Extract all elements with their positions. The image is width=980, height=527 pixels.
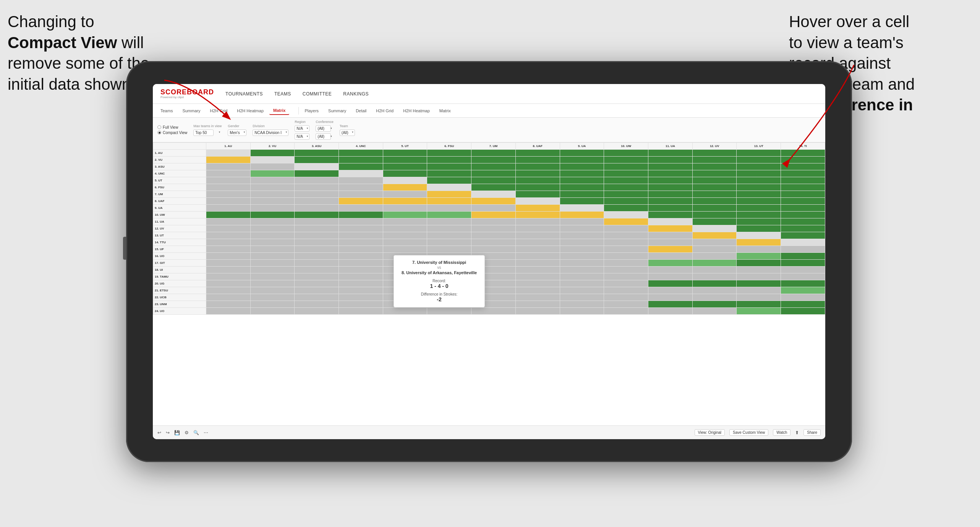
tab-summary[interactable]: Summary	[178, 107, 204, 115]
nav-tournaments[interactable]: TOURNAMENTS	[225, 91, 263, 97]
matrix-cell[interactable]	[206, 239, 250, 246]
matrix-cell[interactable]	[295, 170, 339, 177]
matrix-cell[interactable]	[781, 239, 825, 246]
matrix-cell[interactable]	[339, 260, 383, 267]
matrix-cell[interactable]	[471, 198, 516, 205]
matrix-cell[interactable]	[515, 225, 560, 232]
matrix-cell[interactable]	[515, 287, 560, 294]
matrix-cell[interactable]	[692, 218, 737, 225]
matrix-cell[interactable]	[604, 239, 648, 246]
matrix-cell[interactable]	[692, 205, 737, 212]
matrix-cell[interactable]	[295, 294, 339, 301]
matrix-cell[interactable]	[781, 287, 825, 294]
matrix-cell[interactable]	[781, 232, 825, 239]
matrix-cell[interactable]	[339, 163, 383, 170]
matrix-cell[interactable]	[339, 232, 383, 239]
matrix-cell[interactable]	[339, 184, 383, 191]
matrix-cell[interactable]	[692, 170, 737, 177]
matrix-cell[interactable]	[515, 267, 560, 273]
tab-players[interactable]: Players	[301, 107, 322, 115]
matrix-cell[interactable]	[383, 177, 427, 184]
matrix-cell[interactable]	[295, 184, 339, 191]
matrix-cell[interactable]	[604, 308, 648, 315]
matrix-cell[interactable]	[427, 225, 471, 232]
matrix-cell[interactable]	[295, 301, 339, 308]
matrix-cell[interactable]	[604, 150, 648, 157]
matrix-cell[interactable]	[471, 246, 516, 253]
matrix-cell[interactable]	[781, 184, 825, 191]
matrix-cell[interactable]	[737, 191, 781, 198]
matrix-cell[interactable]	[781, 273, 825, 280]
matrix-cell[interactable]	[515, 184, 560, 191]
matrix-cell[interactable]	[515, 198, 560, 205]
tab-players-matrix[interactable]: Matrix	[436, 107, 455, 115]
matrix-cell[interactable]	[339, 218, 383, 225]
matrix-cell[interactable]	[781, 280, 825, 287]
matrix-cell[interactable]	[781, 150, 825, 157]
matrix-cell[interactable]	[737, 163, 781, 170]
matrix-cell[interactable]	[648, 232, 693, 239]
matrix-cell[interactable]	[692, 177, 737, 184]
matrix-cell[interactable]	[295, 267, 339, 273]
matrix-cell[interactable]	[604, 301, 648, 308]
matrix-cell[interactable]	[427, 163, 471, 170]
matrix-cell[interactable]	[648, 177, 693, 184]
matrix-cell[interactable]	[250, 184, 295, 191]
matrix-cell[interactable]	[737, 253, 781, 260]
matrix-cell[interactable]	[339, 170, 383, 177]
team-select[interactable]: (All)	[340, 129, 355, 136]
share-icon[interactable]: ⬆	[795, 430, 799, 435]
matrix-cell[interactable]	[250, 218, 295, 225]
matrix-cell[interactable]	[737, 280, 781, 287]
matrix-cell[interactable]	[295, 273, 339, 280]
matrix-cell[interactable]	[471, 170, 516, 177]
matrix-cell[interactable]	[471, 177, 516, 184]
matrix-cell[interactable]	[295, 198, 339, 205]
matrix-cell[interactable]	[295, 239, 339, 246]
matrix-cell[interactable]	[692, 301, 737, 308]
view-original-btn[interactable]: View: Original	[695, 429, 725, 436]
matrix-cell[interactable]	[206, 205, 250, 212]
matrix-cell[interactable]	[339, 246, 383, 253]
matrix-cell[interactable]	[692, 184, 737, 191]
matrix-cell[interactable]	[471, 163, 516, 170]
conference-select2[interactable]: (All)	[316, 133, 331, 140]
matrix-cell[interactable]	[648, 267, 693, 273]
matrix-cell[interactable]	[515, 301, 560, 308]
matrix-cell[interactable]	[339, 294, 383, 301]
matrix-cell[interactable]	[737, 273, 781, 280]
division-select[interactable]: NCAA Division I	[253, 129, 288, 136]
matrix-cell[interactable]	[737, 246, 781, 253]
matrix-cell[interactable]	[515, 157, 560, 163]
matrix-cell[interactable]	[515, 260, 560, 267]
matrix-cell[interactable]	[471, 218, 516, 225]
matrix-cell[interactable]	[604, 294, 648, 301]
matrix-cell[interactable]	[560, 260, 604, 267]
redo-icon[interactable]: ↪	[166, 430, 170, 435]
matrix-cell[interactable]	[604, 253, 648, 260]
matrix-cell[interactable]	[250, 191, 295, 198]
matrix-cell[interactable]	[648, 253, 693, 260]
matrix-cell[interactable]	[295, 287, 339, 294]
matrix-cell[interactable]	[295, 260, 339, 267]
matrix-cell[interactable]	[427, 246, 471, 253]
matrix-cell[interactable]	[427, 170, 471, 177]
matrix-cell[interactable]	[560, 294, 604, 301]
matrix-cell[interactable]	[737, 205, 781, 212]
matrix-cell[interactable]	[560, 184, 604, 191]
matrix-cell[interactable]	[471, 232, 516, 239]
matrix-cell[interactable]	[339, 239, 383, 246]
matrix-cell[interactable]	[737, 170, 781, 177]
matrix-cell[interactable]	[737, 212, 781, 218]
save-icon[interactable]: 💾	[174, 430, 180, 435]
matrix-cell[interactable]	[206, 218, 250, 225]
matrix-cell[interactable]	[383, 212, 427, 218]
matrix-cell[interactable]	[250, 301, 295, 308]
matrix-cell[interactable]	[781, 246, 825, 253]
matrix-cell[interactable]	[781, 198, 825, 205]
matrix-cell[interactable]	[781, 163, 825, 170]
matrix-cell[interactable]	[383, 170, 427, 177]
matrix-cell[interactable]	[560, 170, 604, 177]
matrix-cell[interactable]	[339, 301, 383, 308]
matrix-cell[interactable]	[250, 232, 295, 239]
